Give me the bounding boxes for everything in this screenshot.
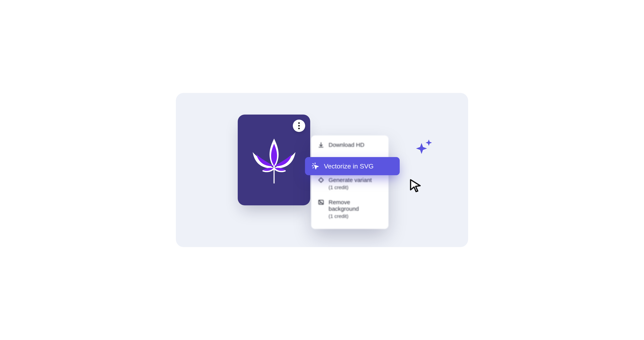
- image-card: [238, 115, 310, 205]
- download-icon: [318, 142, 324, 148]
- menu-item-remove-background[interactable]: Remove background (1 credit): [311, 195, 388, 224]
- more-vertical-icon: [298, 122, 300, 130]
- cursor-arrow-icon: [408, 178, 422, 192]
- more-options-button[interactable]: [293, 120, 305, 132]
- menu-item-sublabel: (1 credit): [328, 213, 382, 219]
- promo-stage: Download HD Generate variant (1 credit): [176, 93, 468, 247]
- svg-rect-0: [274, 168, 274, 184]
- menu-item-label: Generate variant: [328, 177, 372, 183]
- menu-item-generate-variant[interactable]: Generate variant (1 credit): [311, 173, 388, 195]
- menu-item-download-hd[interactable]: Download HD: [311, 138, 388, 152]
- menu-item-label: Remove background: [328, 199, 382, 212]
- menu-item-vectorize-svg[interactable]: Vectorize in SVG: [305, 157, 400, 175]
- sparkle-icon: [415, 138, 432, 156]
- context-menu: Download HD Generate variant (1 credit): [311, 135, 388, 229]
- menu-item-sublabel: (1 credit): [328, 184, 372, 190]
- magic-cursor-icon: [312, 162, 319, 170]
- menu-item-label: Vectorize in SVG: [324, 162, 374, 170]
- lotus-artwork: [248, 134, 300, 186]
- menu-item-label: Download HD: [328, 142, 364, 148]
- image-off-icon: [318, 199, 324, 206]
- diamond-icon: [318, 177, 324, 183]
